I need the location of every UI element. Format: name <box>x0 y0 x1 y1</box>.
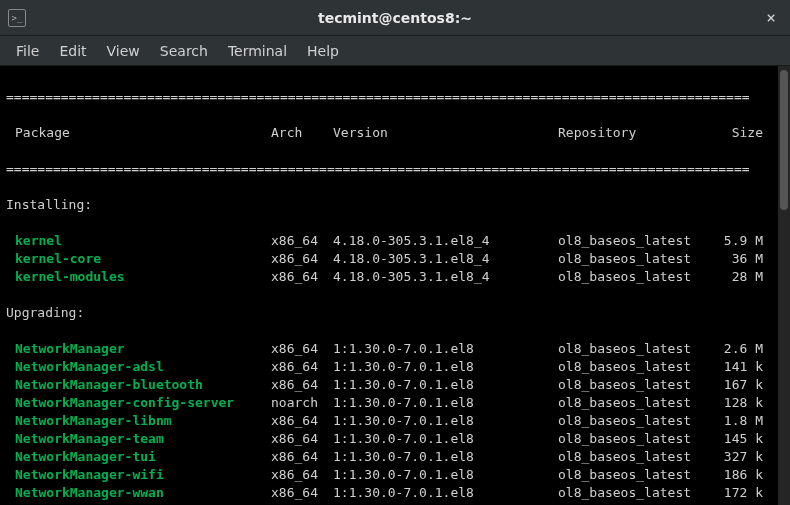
package-arch: x86_64 <box>271 232 333 250</box>
package-row: kernel-corex86_644.18.0-305.3.1.el8_4ol8… <box>6 250 784 268</box>
scrollbar[interactable] <box>778 66 790 505</box>
package-version: 4.18.0-305.3.1.el8_4 <box>333 268 558 286</box>
package-size: 2.6 M <box>713 340 763 358</box>
package-arch: x86_64 <box>271 376 333 394</box>
package-repo: ol8_baseos_latest <box>558 232 713 250</box>
package-row: NetworkManager-libnmx86_641:1.30.0-7.0.1… <box>6 412 784 430</box>
package-repo: ol8_baseos_latest <box>558 250 713 268</box>
package-arch: x86_64 <box>271 358 333 376</box>
column-headers: PackageArchVersionRepositorySize <box>6 124 784 142</box>
package-name: NetworkManager-libnm <box>6 412 271 430</box>
package-row: kernel-modulesx86_644.18.0-305.3.1.el8_4… <box>6 268 784 286</box>
header-repository: Repository <box>558 124 713 142</box>
package-version: 1:1.30.0-7.0.1.el8 <box>333 394 558 412</box>
package-size: 167 k <box>713 376 763 394</box>
menu-edit[interactable]: Edit <box>49 39 96 63</box>
package-arch: noarch <box>271 394 333 412</box>
package-name: NetworkManager-wwan <box>6 484 271 502</box>
package-size: 28 M <box>713 268 763 286</box>
package-name: NetworkManager-wifi <box>6 466 271 484</box>
menu-terminal[interactable]: Terminal <box>218 39 297 63</box>
package-repo: ol8_baseos_latest <box>558 268 713 286</box>
package-size: 172 k <box>713 484 763 502</box>
upgrading-section-label: Upgrading: <box>6 304 784 322</box>
package-row: NetworkManagerx86_641:1.30.0-7.0.1.el8ol… <box>6 340 784 358</box>
menubar: File Edit View Search Terminal Help <box>0 36 790 66</box>
package-row: NetworkManager-teamx86_641:1.30.0-7.0.1.… <box>6 430 784 448</box>
package-row: NetworkManager-adslx86_641:1.30.0-7.0.1.… <box>6 358 784 376</box>
package-version: 1:1.30.0-7.0.1.el8 <box>333 466 558 484</box>
package-arch: x86_64 <box>271 448 333 466</box>
window-title: tecmint@centos8:~ <box>318 10 472 26</box>
package-version: 1:1.30.0-7.0.1.el8 <box>333 448 558 466</box>
package-arch: x86_64 <box>271 466 333 484</box>
package-repo: ol8_baseos_latest <box>558 376 713 394</box>
package-size: 141 k <box>713 358 763 376</box>
package-version: 1:1.30.0-7.0.1.el8 <box>333 430 558 448</box>
package-arch: x86_64 <box>271 250 333 268</box>
package-name: NetworkManager-tui <box>6 448 271 466</box>
package-row: NetworkManager-wifix86_641:1.30.0-7.0.1.… <box>6 466 784 484</box>
package-version: 1:1.30.0-7.0.1.el8 <box>333 484 558 502</box>
terminal-output[interactable]: ========================================… <box>0 66 790 505</box>
scrollbar-thumb[interactable] <box>780 70 788 210</box>
package-name: NetworkManager-team <box>6 430 271 448</box>
package-version: 4.18.0-305.3.1.el8_4 <box>333 232 558 250</box>
package-size: 145 k <box>713 430 763 448</box>
header-size: Size <box>713 124 763 142</box>
package-arch: x86_64 <box>271 430 333 448</box>
package-row: NetworkManager-wwanx86_641:1.30.0-7.0.1.… <box>6 484 784 502</box>
package-version: 1:1.30.0-7.0.1.el8 <box>333 376 558 394</box>
menu-file[interactable]: File <box>6 39 49 63</box>
terminal-app-icon: >_ <box>8 9 26 27</box>
package-row: NetworkManager-config-servernoarch1:1.30… <box>6 394 784 412</box>
package-repo: ol8_baseos_latest <box>558 358 713 376</box>
package-size: 327 k <box>713 448 763 466</box>
package-size: 36 M <box>713 250 763 268</box>
menu-help[interactable]: Help <box>297 39 349 63</box>
package-arch: x86_64 <box>271 484 333 502</box>
package-row: NetworkManager-bluetoothx86_641:1.30.0-7… <box>6 376 784 394</box>
package-arch: x86_64 <box>271 412 333 430</box>
package-row: kernelx86_644.18.0-305.3.1.el8_4ol8_base… <box>6 232 784 250</box>
menu-view[interactable]: View <box>97 39 150 63</box>
menu-search[interactable]: Search <box>150 39 218 63</box>
package-repo: ol8_baseos_latest <box>558 466 713 484</box>
package-repo: ol8_baseos_latest <box>558 484 713 502</box>
package-name: NetworkManager-config-server <box>6 394 271 412</box>
package-repo: ol8_baseos_latest <box>558 340 713 358</box>
package-name: kernel-modules <box>6 268 271 286</box>
package-name: kernel <box>6 232 271 250</box>
package-size: 5.9 M <box>713 232 763 250</box>
package-arch: x86_64 <box>271 268 333 286</box>
package-size: 186 k <box>713 466 763 484</box>
package-name: NetworkManager <box>6 340 271 358</box>
package-version: 1:1.30.0-7.0.1.el8 <box>333 340 558 358</box>
installing-section-label: Installing: <box>6 196 784 214</box>
close-button[interactable]: × <box>760 8 782 27</box>
package-name: kernel-core <box>6 250 271 268</box>
header-arch: Arch <box>271 124 333 142</box>
window-titlebar: >_ tecmint@centos8:~ × <box>0 0 790 36</box>
package-version: 1:1.30.0-7.0.1.el8 <box>333 412 558 430</box>
package-arch: x86_64 <box>271 340 333 358</box>
package-row: NetworkManager-tuix86_641:1.30.0-7.0.1.e… <box>6 448 784 466</box>
header-version: Version <box>333 124 558 142</box>
package-size: 1.8 M <box>713 412 763 430</box>
package-name: NetworkManager-adsl <box>6 358 271 376</box>
package-repo: ol8_baseos_latest <box>558 448 713 466</box>
package-repo: ol8_baseos_latest <box>558 430 713 448</box>
header-package: Package <box>6 124 271 142</box>
package-version: 4.18.0-305.3.1.el8_4 <box>333 250 558 268</box>
package-size: 128 k <box>713 394 763 412</box>
package-repo: ol8_baseos_latest <box>558 412 713 430</box>
package-version: 1:1.30.0-7.0.1.el8 <box>333 358 558 376</box>
package-repo: ol8_baseos_latest <box>558 394 713 412</box>
separator-top: ========================================… <box>6 88 784 106</box>
package-name: NetworkManager-bluetooth <box>6 376 271 394</box>
separator-bottom: ========================================… <box>6 160 784 178</box>
